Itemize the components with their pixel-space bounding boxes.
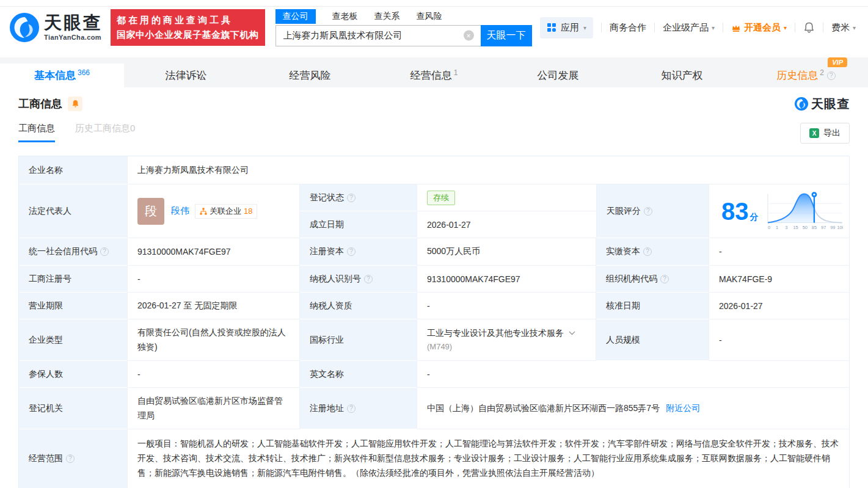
approval-date-value: 2026-01-27 (709, 293, 849, 319)
score-axis-ticks: 0 1 3 15 50 85 97 99 100 (767, 225, 843, 230)
brand-slogan: 都在用的商业查询工具 国家中小企业发展子基金旗下机构 (111, 9, 265, 46)
tianyancha-swirl-icon (795, 97, 808, 111)
related-companies-badge[interactable]: 关联企业 18 (195, 204, 257, 219)
slogan-line-2: 国家中小企业发展子基金旗下机构 (117, 27, 259, 42)
field-label-company-type: 企业类型 (19, 319, 128, 361)
apps-label: 应用 (561, 22, 579, 34)
nav-divider (723, 23, 723, 32)
app-grid-icon (547, 23, 556, 32)
subtab-business-info[interactable]: 工商信息 (18, 123, 55, 142)
legal-rep-name-link[interactable]: 段伟 (171, 205, 189, 217)
nav-open-vip[interactable]: 开通会员 ▾ (731, 22, 787, 34)
help-icon[interactable]: ? (660, 275, 669, 283)
nav-divider (601, 23, 602, 32)
help-icon[interactable]: ? (66, 454, 75, 463)
help-icon[interactable]: ? (644, 207, 652, 216)
field-label-business-scope: 经营范围 ? (19, 429, 128, 488)
tab-operational-risk[interactable]: 经营风险 (248, 64, 372, 87)
nav-enterprise-products[interactable]: 企业级产品 ▾ (663, 22, 715, 34)
field-label-registration-status: 登记状态 ? (300, 184, 417, 211)
help-icon[interactable]: ? (347, 404, 356, 413)
svg-text:3: 3 (785, 225, 787, 230)
watermark-text: 天眼查 (811, 96, 850, 112)
svg-text:97: 97 (821, 225, 826, 230)
tab-count: 366 (78, 68, 90, 77)
svg-text:15: 15 (793, 225, 798, 230)
business-scope-value: 一般项目：智能机器人的研发；人工智能基础软件开发；人工智能应用软件开发；人工智能… (128, 429, 849, 488)
user-menu[interactable]: 费米 ▾ (831, 22, 856, 34)
cooperation-label: 商务合作 (610, 22, 646, 34)
help-icon[interactable]: ? (364, 275, 373, 283)
subscribe-bell-chip[interactable] (68, 97, 82, 111)
taxpayer-quality-value: - (417, 293, 596, 319)
registration-number-value: - (128, 266, 300, 293)
search-input[interactable] (275, 25, 481, 46)
help-icon[interactable]: ? (347, 194, 356, 202)
nav-divider (823, 23, 823, 32)
field-label-taxpayer-id: 纳税人识别号 ? (300, 266, 417, 293)
chevron-down-icon[interactable] (569, 331, 575, 335)
help-icon[interactable]: ? (827, 71, 836, 80)
tab-intellectual-property[interactable]: 知识产权 (620, 64, 744, 87)
tianyancha-logo[interactable]: 天眼查 TianYanCha.com (10, 13, 103, 42)
tab-operating-info[interactable]: 经营信息 1 (372, 64, 496, 87)
org-chart-icon (200, 208, 207, 215)
field-label-registered-address: 注册地址 ? (300, 388, 417, 429)
nav-business-cooperation[interactable]: 商务合作 (610, 22, 646, 34)
nearby-companies-link[interactable]: 附近公司 (666, 403, 700, 414)
search-tab-risk[interactable]: 查风险 (417, 11, 442, 22)
tianyan-score-value[interactable]: 83分 (709, 184, 849, 238)
company-tab-bar: 基本信息 366 法律诉讼 经营风险 经营信息 1 公司发展 知识产权 VIP … (0, 57, 868, 87)
search-tab-boss[interactable]: 查老板 (332, 11, 358, 22)
company-type-value: 有限责任公司(自然人投资或控股的法人独资) (128, 319, 300, 361)
tab-count: 1 (454, 68, 458, 77)
tab-legal-proceedings[interactable]: 法律诉讼 (124, 64, 248, 87)
tianyancha-company-page: 天眼查 TianYanCha.com 都在用的商业查询工具 国家中小企业发展子基… (0, 0, 868, 488)
tab-label: 历史信息 (776, 68, 818, 82)
search-tab-relation[interactable]: 查关系 (374, 11, 400, 22)
field-label-establish-date: 成立日期 (300, 211, 417, 238)
field-label-organization-code: 组织机构代码 ? (596, 266, 709, 293)
tab-basic-info[interactable]: 基本信息 366 (0, 64, 124, 87)
organization-code-value: MAK74FGE-9 (709, 266, 849, 293)
registered-address-value: 中国（上海）自由贸易试验区临港新片区环湖西一路855弄7号 附近公司 (417, 388, 849, 429)
search-button[interactable]: 天眼一下 (481, 25, 532, 46)
crown-icon (731, 23, 741, 32)
tab-history-info[interactable]: VIP 历史信息 2 ? (744, 64, 868, 87)
watermark-logo: 天眼查 (795, 96, 850, 112)
legal-representative-value: 段 段伟 关联企业 18 (128, 184, 300, 238)
slogan-line-1: 都在用的商业查询工具 (117, 13, 259, 27)
staff-size-value: - (709, 319, 849, 361)
help-icon[interactable]: ? (347, 247, 356, 256)
field-label-insured-count: 参保人数 (19, 361, 128, 388)
help-icon[interactable]: ? (643, 247, 652, 256)
tab-label: 公司发展 (538, 68, 579, 82)
clear-icon[interactable]: × (464, 31, 474, 41)
subtab-row: 工商信息 历史工商信息0 X 导出 (18, 123, 850, 150)
search-tab-company[interactable]: 查公司 (275, 9, 316, 24)
registered-capital-value: 5000万人民币 (417, 238, 596, 266)
svg-text:0: 0 (767, 225, 770, 230)
legal-rep-avatar[interactable]: 段 (137, 198, 164, 225)
enterprise-label: 企业级产品 (663, 22, 709, 34)
search-tabs: 查公司 查老板 查关系 查风险 (275, 9, 532, 24)
svg-text:50: 50 (802, 225, 807, 230)
help-icon[interactable]: ? (100, 247, 109, 256)
section-header: 工商信息 天眼查 (18, 95, 850, 112)
notification-bell-icon[interactable] (803, 21, 815, 34)
export-button[interactable]: X 导出 (800, 123, 850, 144)
field-label-paid-capital: 实缴资本 ? (596, 238, 709, 266)
tab-count: 2 (820, 68, 824, 77)
field-label-registration-authority: 登记机关 (19, 388, 128, 429)
logo-text: 天眼查 (44, 14, 103, 32)
status-badge: 存续 (427, 191, 455, 205)
score-number: 83分 (721, 199, 759, 224)
caret-down-icon: ▾ (784, 24, 787, 31)
apps-button[interactable]: 应用 ▾ (540, 17, 593, 38)
logo-text-block: 天眼查 TianYanCha.com (44, 14, 103, 41)
username: 费米 (831, 22, 850, 34)
top-divider (0, 0, 868, 7)
tab-company-development[interactable]: 公司发展 (496, 64, 620, 87)
search-input-wrap: × (275, 25, 481, 46)
subtab-history-business-info[interactable]: 历史工商信息0 (75, 123, 135, 142)
